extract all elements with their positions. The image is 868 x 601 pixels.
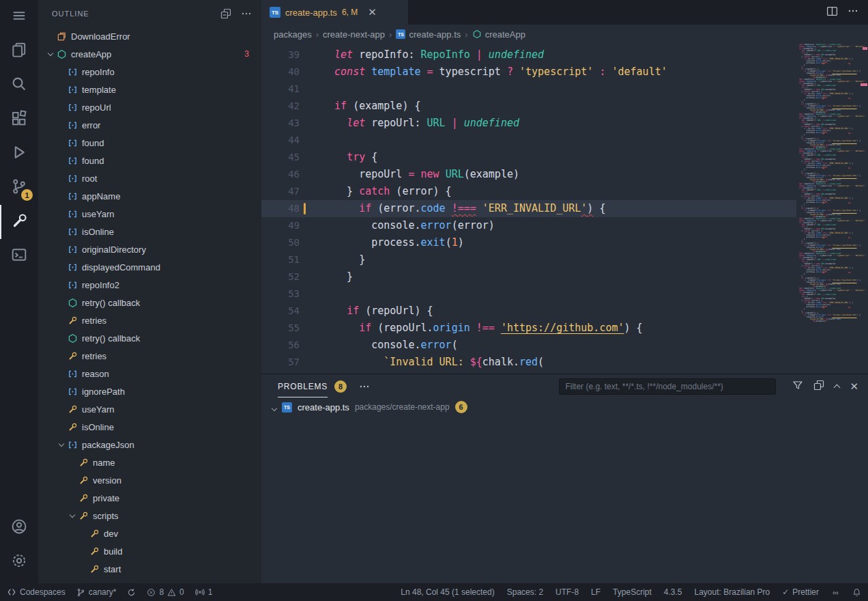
outline-item[interactable]: name [38, 453, 261, 471]
code-line[interactable]: 48 if (error.code !=== 'ERR_INVALID_URL'… [261, 200, 796, 217]
outline-item[interactable]: found [38, 152, 261, 169]
outline-item[interactable]: version [38, 471, 261, 489]
remote-indicator[interactable]: Codespaces [7, 587, 66, 597]
eol-sequence[interactable]: LF [591, 587, 601, 597]
tab-close-icon[interactable]: ✕ [368, 6, 377, 18]
chevron-down-icon[interactable] [272, 402, 276, 413]
code-editor[interactable]: 39 let repoInfo: RepoInfo | undefined40 … [261, 44, 868, 374]
tab-problems[interactable]: PROBLEMS [278, 376, 328, 397]
typescript-version[interactable]: 4.3.5 [664, 587, 682, 597]
code-line[interactable]: 52 } [261, 268, 796, 285]
code-line[interactable]: 56 console.error( [261, 337, 796, 354]
outline-item[interactable]: repoInfo2 [38, 276, 261, 294]
outline-item[interactable]: originalDirectory [38, 240, 261, 258]
outline-item[interactable]: found [38, 134, 261, 152]
branch-indicator[interactable]: canary* [76, 587, 117, 597]
minimap[interactable]: let repoInfo: RepoInfo | undefined const… [796, 44, 868, 374]
breadcrumb-create-next-app[interactable]: create-next-app [323, 29, 385, 40]
more-actions-icon[interactable] [241, 8, 252, 19]
outline-item[interactable]: error [38, 116, 261, 134]
remote-tools-button[interactable] [0, 205, 38, 239]
collapse-all-icon[interactable] [220, 8, 231, 19]
source-control-button[interactable]: 1 [0, 171, 38, 205]
outline-item[interactable]: useYarn [38, 205, 261, 223]
code-line[interactable]: 42 if (example) { [261, 98, 796, 115]
code-line[interactable]: 49 console.error(error) [261, 217, 796, 234]
outline-item[interactable]: start [38, 560, 261, 578]
panel-terminal-button[interactable] [0, 239, 38, 273]
code-line[interactable]: 57 `Invalid URL: ${chalk.red( [261, 354, 796, 371]
outline-item[interactable]: template [38, 81, 261, 98]
code-line[interactable]: 51 } [261, 251, 796, 268]
code-line[interactable]: 58 `"${example}"` [261, 371, 796, 374]
code-line[interactable]: 40 const template = typescript ? 'typesc… [261, 64, 796, 81]
outline-item[interactable]: private [38, 489, 261, 507]
language-mode[interactable]: TypeScript [613, 587, 652, 597]
outline-item[interactable]: repoInfo [38, 63, 261, 81]
tab-create-app[interactable]: TS create-app.ts 6, M ✕ [261, 0, 408, 25]
code-line[interactable]: 46 repoUrl = new URL(example) [261, 166, 796, 183]
indentation[interactable]: Spaces: 2 [507, 587, 543, 597]
outline-item[interactable]: ignorePath [38, 382, 261, 400]
split-editor-icon[interactable] [826, 5, 838, 20]
breadcrumb-packages[interactable]: packages [274, 29, 312, 40]
outline-item[interactable]: createApp3 [38, 45, 261, 63]
code-line[interactable]: 53 [261, 285, 796, 303]
code-line[interactable]: 50 process.exit(1) [261, 234, 796, 251]
menu-button[interactable] [0, 0, 38, 34]
chevron-down-icon[interactable] [67, 515, 78, 517]
breadcrumb-symbol[interactable]: createApp [472, 29, 525, 40]
code-line[interactable]: 55 if (repoUrl.origin !== 'https://githu… [261, 320, 796, 337]
feedback-button[interactable] [831, 588, 840, 597]
outline-item[interactable]: retries [38, 347, 261, 365]
close-panel-icon[interactable]: ✕ [850, 380, 858, 393]
outline-item[interactable]: root [38, 169, 261, 187]
account-button[interactable] [0, 511, 38, 545]
cursor-position[interactable]: Ln 48, Col 45 (1 selected) [401, 587, 494, 597]
outline-item[interactable]: reason [38, 365, 261, 382]
code-line[interactable]: 45 try { [261, 149, 796, 166]
encoding[interactable]: UTF-8 [555, 587, 579, 597]
search-button[interactable] [0, 68, 38, 102]
chevron-down-icon[interactable] [45, 53, 56, 55]
outline-item[interactable]: appName [38, 187, 261, 205]
code-line[interactable]: 43 let repoUrl: URL | undefined [261, 115, 796, 132]
breadcrumb-file[interactable]: TS create-app.ts [396, 29, 461, 40]
extensions-button[interactable] [0, 102, 38, 137]
outline-item[interactable]: packageJson [38, 436, 261, 453]
maximize-panel-icon[interactable] [835, 380, 839, 393]
sync-button[interactable] [127, 588, 136, 597]
explorer-button[interactable] [0, 34, 38, 68]
outline-item[interactable]: dev [38, 525, 261, 542]
code-line[interactable]: 39 let repoInfo: RepoInfo | undefined [261, 46, 796, 64]
code-line[interactable]: 41 [261, 81, 796, 98]
outline-item[interactable]: retries [38, 311, 261, 329]
chevron-down-icon[interactable] [56, 444, 67, 446]
run-debug-button[interactable] [0, 137, 38, 171]
outline-item[interactable]: scripts [38, 507, 261, 525]
ports-indicator[interactable]: 1 [195, 587, 213, 597]
settings-button[interactable] [0, 545, 38, 579]
group-by-icon[interactable] [813, 380, 824, 393]
formatter-indicator[interactable]: ✓Prettier [782, 587, 819, 597]
code-line[interactable]: 44 [261, 132, 796, 149]
outline-item[interactable]: build [38, 542, 261, 560]
outline-item[interactable]: useYarn [38, 400, 261, 418]
filter-icon[interactable] [792, 380, 803, 393]
problems-summary[interactable]: 8 0 [147, 587, 184, 597]
layout-indicator[interactable]: Layout: Brazilian Pro [695, 587, 770, 597]
outline-item[interactable]: repoUrl [38, 98, 261, 116]
code-line[interactable]: 54 if (repoUrl) { [261, 303, 796, 320]
outline-item[interactable]: isOnline [38, 418, 261, 436]
more-actions-icon[interactable] [359, 381, 370, 392]
problems-file-row[interactable]: TScreate-app.tspackages/create-next-app6 [261, 398, 868, 416]
outline-item[interactable]: retry() callback [38, 294, 261, 311]
outline-item[interactable]: retry() callback [38, 329, 261, 347]
code-line[interactable]: 47 } catch (error) { [261, 183, 796, 200]
outline-item[interactable]: displayedCommand [38, 258, 261, 276]
outline-item[interactable]: isOnline [38, 223, 261, 240]
outline-item[interactable]: DownloadError [38, 27, 261, 45]
notifications-button[interactable] [852, 588, 861, 597]
more-actions-icon[interactable] [848, 5, 858, 19]
problems-filter-input[interactable] [559, 378, 776, 395]
